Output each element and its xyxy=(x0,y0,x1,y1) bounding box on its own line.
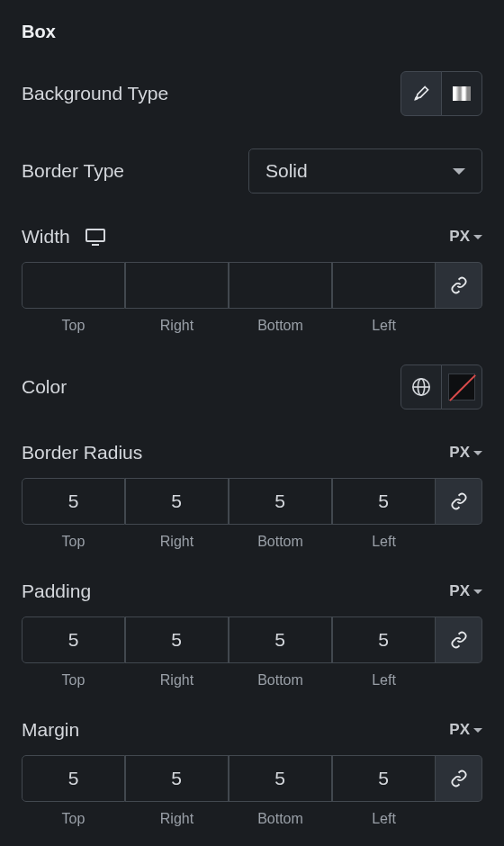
width-top-label: Top xyxy=(62,318,86,334)
global-color-button[interactable] xyxy=(400,364,442,410)
padding-unit-value: PX xyxy=(449,582,470,600)
background-gradient-button[interactable] xyxy=(441,71,482,116)
margin-bottom-label: Bottom xyxy=(257,811,303,827)
padding-top-input[interactable] xyxy=(22,616,125,663)
border-radius-left-input[interactable] xyxy=(332,478,436,525)
margin-unit-value: PX xyxy=(449,721,470,739)
padding-right-label: Right xyxy=(160,672,194,688)
width-bottom-input[interactable] xyxy=(229,262,332,309)
color-group xyxy=(400,364,482,410)
padding-right-input[interactable] xyxy=(125,616,229,663)
border-radius-link-button[interactable] xyxy=(436,478,482,525)
border-type-label: Border Type xyxy=(22,160,124,182)
padding-block: Padding PX Top Right Bottom Left xyxy=(22,580,482,688)
width-label: Width xyxy=(22,226,70,248)
color-row: Color xyxy=(22,364,482,410)
margin-unit-select[interactable]: PX xyxy=(449,721,482,739)
margin-left-label: Left xyxy=(372,811,396,827)
width-top-input[interactable] xyxy=(22,262,125,309)
width-bottom-label: Bottom xyxy=(257,318,303,334)
gradient-icon xyxy=(453,86,471,101)
width-left-label: Left xyxy=(372,318,396,334)
border-radius-top-label: Top xyxy=(62,534,86,550)
background-type-group xyxy=(400,71,482,116)
border-radius-bottom-label: Bottom xyxy=(257,534,303,550)
margin-label: Margin xyxy=(22,719,79,741)
border-radius-left-label: Left xyxy=(372,534,396,550)
border-type-row: Border Type Solid xyxy=(22,148,482,194)
brush-icon xyxy=(412,85,430,103)
section-title: Box xyxy=(22,22,482,42)
link-icon xyxy=(450,276,468,294)
margin-top-label: Top xyxy=(62,811,86,827)
chevron-down-icon xyxy=(473,728,482,733)
link-icon xyxy=(450,770,468,788)
padding-top-label: Top xyxy=(62,672,86,688)
width-unit-select[interactable]: PX xyxy=(449,228,482,246)
border-radius-right-label: Right xyxy=(160,534,194,550)
margin-left-input[interactable] xyxy=(332,755,436,802)
padding-left-label: Left xyxy=(372,672,396,688)
padding-bottom-input[interactable] xyxy=(229,616,332,663)
padding-link-button[interactable] xyxy=(436,616,482,663)
border-radius-bottom-input[interactable] xyxy=(229,478,332,525)
border-radius-right-input[interactable] xyxy=(125,478,229,525)
background-type-label: Background Type xyxy=(22,83,168,104)
margin-right-label: Right xyxy=(160,811,194,827)
padding-unit-select[interactable]: PX xyxy=(449,582,482,600)
border-type-select[interactable]: Solid xyxy=(248,148,482,194)
border-radius-block: Border Radius PX Top Right Bottom Left xyxy=(22,442,482,550)
margin-bottom-input[interactable] xyxy=(229,755,332,802)
width-left-input[interactable] xyxy=(332,262,436,309)
border-radius-top-input[interactable] xyxy=(22,478,125,525)
link-icon xyxy=(450,631,468,649)
width-link-button[interactable] xyxy=(436,262,482,309)
svg-rect-0 xyxy=(86,230,104,241)
link-icon xyxy=(450,492,468,510)
border-radius-unit-value: PX xyxy=(449,444,470,462)
border-type-value: Solid xyxy=(266,160,308,182)
desktop-icon[interactable] xyxy=(85,228,106,246)
width-right-input[interactable] xyxy=(125,262,229,309)
color-picker-button[interactable] xyxy=(441,364,482,410)
background-type-row: Background Type xyxy=(22,71,482,116)
margin-block: Margin PX Top Right Bottom Left xyxy=(22,719,482,827)
chevron-down-icon xyxy=(473,451,482,455)
margin-right-input[interactable] xyxy=(125,755,229,802)
color-label: Color xyxy=(22,376,67,398)
chevron-down-icon xyxy=(473,235,482,239)
width-unit-value: PX xyxy=(449,228,470,246)
chevron-down-icon xyxy=(453,168,465,175)
margin-top-input[interactable] xyxy=(22,755,125,802)
border-radius-label: Border Radius xyxy=(22,442,142,464)
background-solid-button[interactable] xyxy=(400,71,442,116)
chevron-down-icon xyxy=(473,590,482,594)
color-none-icon xyxy=(448,374,475,400)
width-right-label: Right xyxy=(160,318,194,334)
width-block: Width PX Top Right Bottom Left xyxy=(22,226,482,334)
border-radius-unit-select[interactable]: PX xyxy=(449,444,482,462)
padding-label: Padding xyxy=(22,580,91,602)
margin-link-button[interactable] xyxy=(436,755,482,802)
globe-icon xyxy=(411,377,431,397)
padding-left-input[interactable] xyxy=(332,616,436,663)
padding-bottom-label: Bottom xyxy=(257,672,303,688)
